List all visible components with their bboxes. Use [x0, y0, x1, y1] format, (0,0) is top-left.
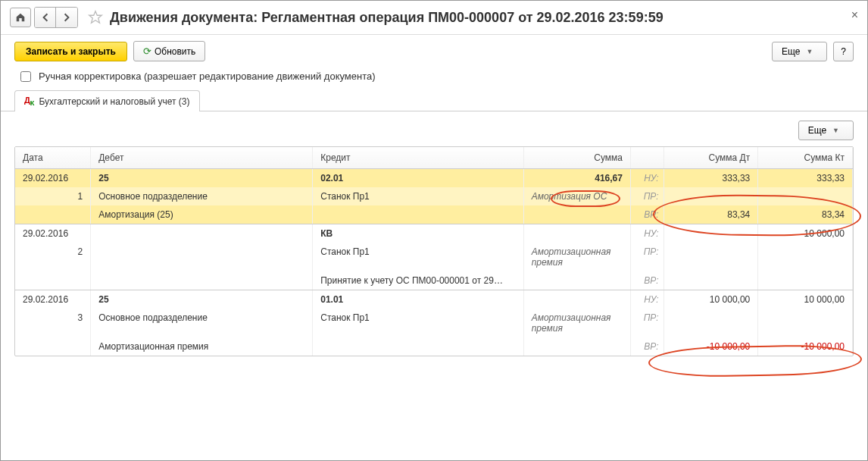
- page-title: Движения документа: Регламентная операци…: [110, 10, 663, 26]
- chevron-down-icon: ▼: [806, 48, 813, 55]
- more-button[interactable]: Еще ▼: [772, 42, 827, 61]
- table-row[interactable]: 29.02.2016 25 02.01 416,67 НУ: 333,33 33…: [15, 169, 853, 188]
- table-row[interactable]: 3 Основное подразделение Станок Пр1 Амор…: [15, 309, 853, 337]
- table-row[interactable]: 1 Основное подразделение Станок Пр1 Амор…: [15, 187, 853, 205]
- star-icon[interactable]: [87, 9, 104, 26]
- col-sum[interactable]: Сумма: [523, 147, 630, 169]
- table-row[interactable]: Принятие к учету ОС ПМ00-000001 от 29… В…: [15, 271, 853, 290]
- col-debit[interactable]: Дебет: [91, 147, 313, 169]
- manual-edit-checkbox[interactable]: [20, 71, 31, 82]
- help-button[interactable]: ?: [833, 42, 854, 61]
- dt-kt-icon: ДК: [24, 96, 34, 107]
- refresh-icon: ⟳: [143, 45, 151, 57]
- col-sum-kt[interactable]: Сумма Кт: [758, 147, 853, 169]
- close-icon[interactable]: ×: [851, 8, 858, 22]
- table-more-button[interactable]: Еще ▼: [798, 121, 854, 140]
- table-row[interactable]: Амортизация (25) ВР: 83,34 83,34: [15, 205, 853, 224]
- table-row[interactable]: 29.02.2016 КВ НУ: 10 000,00: [15, 224, 853, 243]
- home-button[interactable]: [10, 8, 31, 27]
- refresh-button[interactable]: ⟳ Обновить: [133, 41, 205, 61]
- forward-button[interactable]: [56, 8, 77, 27]
- manual-edit-label: Ручная корректировка (разрешает редактир…: [39, 71, 376, 82]
- postings-table: Дата Дебет Кредит Сумма Сумма Дт Сумма К…: [14, 146, 854, 356]
- save-close-button[interactable]: Записать и закрыть: [14, 42, 127, 61]
- col-sum-dt[interactable]: Сумма Дт: [663, 147, 758, 169]
- col-credit[interactable]: Кредит: [313, 147, 523, 169]
- table-row[interactable]: 29.02.2016 25 01.01 НУ: 10 000,00 10 000…: [15, 290, 853, 309]
- col-date[interactable]: Дата: [15, 147, 91, 169]
- table-row[interactable]: 2 Станок Пр1 Амортизационная премия ПР:: [15, 243, 853, 271]
- tab-accounting[interactable]: ДК Бухгалтерский и налоговый учет (3): [14, 90, 200, 111]
- back-button[interactable]: [35, 8, 56, 27]
- chevron-down-icon: ▼: [832, 127, 839, 134]
- table-row[interactable]: Амортизационная премия ВР: -10 000,00 -1…: [15, 337, 853, 356]
